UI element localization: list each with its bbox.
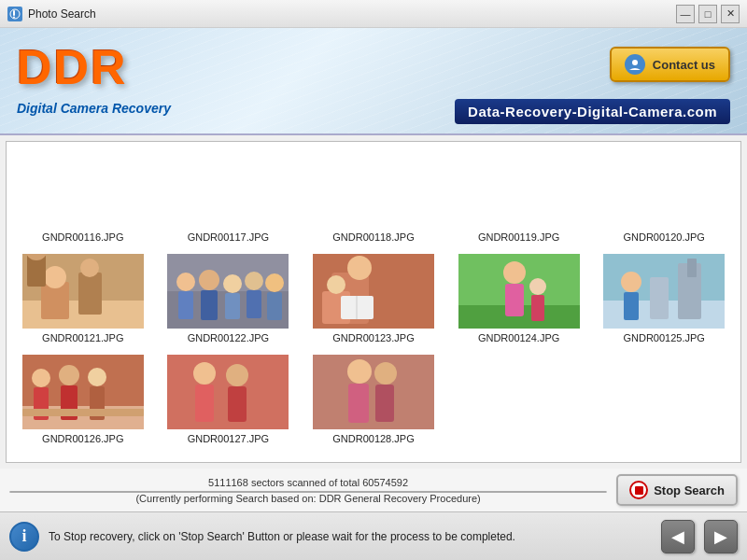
svg-point-16 xyxy=(199,270,219,290)
list-item[interactable]: GNDR00127.JPG xyxy=(156,347,302,448)
svg-point-59 xyxy=(347,359,372,384)
photo-thumbnail xyxy=(167,355,289,429)
app-subtitle: Digital Camera Recovery xyxy=(17,101,171,116)
svg-rect-15 xyxy=(178,291,193,319)
photo-thumbnail xyxy=(458,254,580,329)
photo-thumbnail xyxy=(22,355,144,429)
photo-thumbnail xyxy=(167,153,289,228)
photo-filename: GNDR00123.JPG xyxy=(332,332,414,343)
window-title: Photo Search xyxy=(28,7,676,21)
svg-rect-1 xyxy=(13,10,15,16)
svg-rect-55 xyxy=(195,385,214,422)
list-item[interactable]: GNDR00123.JPG xyxy=(301,246,446,347)
svg-rect-34 xyxy=(505,284,524,316)
list-item[interactable]: GNDR00126.JPG xyxy=(10,347,156,448)
ddr-logo: DDR xyxy=(17,39,128,95)
photo-grid-container[interactable]: GNDR00116.JPG GNDR00117.JPG GNDR00118.JP… xyxy=(6,141,741,463)
contact-us-label: Contact us xyxy=(653,58,715,72)
photo-thumbnail xyxy=(458,153,580,228)
list-item[interactable]: GNDR00116.JPG xyxy=(10,146,156,246)
photo-filename: GNDR00119.JPG xyxy=(478,231,559,243)
progress-status-text: 5111168 sectors scanned of total 6057459… xyxy=(9,477,607,488)
svg-point-56 xyxy=(226,364,248,386)
svg-rect-23 xyxy=(267,292,282,320)
list-item[interactable]: GNDR00120.JPG xyxy=(591,146,737,246)
photo-filename: GNDR00116.JPG xyxy=(42,231,123,243)
stop-search-button[interactable]: Stop Search xyxy=(616,474,738,506)
photo-filename: GNDR00120.JPG xyxy=(623,231,704,243)
svg-point-9 xyxy=(80,259,99,277)
svg-point-18 xyxy=(223,274,242,293)
svg-rect-57 xyxy=(228,386,247,422)
svg-rect-36 xyxy=(531,295,544,321)
status-area: 5111168 sectors scanned of total 6057459… xyxy=(0,469,747,511)
list-item[interactable]: GNDR00124.JPG xyxy=(446,246,592,347)
photo-thumbnail xyxy=(167,254,289,329)
list-item[interactable]: GNDR00121.JPG xyxy=(10,246,156,347)
photo-filename: GNDR00128.JPG xyxy=(332,433,414,444)
progress-row: 5111168 sectors scanned of total 6057459… xyxy=(9,474,738,506)
svg-rect-52 xyxy=(22,409,144,416)
photo-thumbnail xyxy=(313,254,434,329)
svg-point-48 xyxy=(59,365,79,385)
photo-thumbnail xyxy=(313,153,434,228)
photo-filename: GNDR00122.JPG xyxy=(188,332,269,343)
photo-filename: GNDR00118.JPG xyxy=(332,231,414,243)
info-message: To Stop recovery, click on 'Stop Search'… xyxy=(49,530,652,543)
list-item[interactable]: GNDR00119.JPG xyxy=(446,146,592,246)
photo-filename: GNDR00121.JPG xyxy=(42,332,123,343)
svg-rect-62 xyxy=(375,385,394,422)
stop-icon xyxy=(629,481,648,499)
photo-filename: GNDR00117.JPG xyxy=(188,231,269,243)
list-item[interactable]: GNDR00118.JPG xyxy=(301,146,446,246)
photo-thumbnail xyxy=(22,254,144,329)
list-item[interactable]: GNDR00117.JPG xyxy=(156,146,302,246)
svg-rect-40 xyxy=(687,259,697,277)
photo-thumbnail xyxy=(313,355,434,429)
svg-point-42 xyxy=(621,272,641,292)
info-icon: i xyxy=(9,522,39,552)
list-item[interactable]: GNDR00125.JPG xyxy=(591,246,737,347)
window-controls: — □ ✕ xyxy=(676,5,740,23)
svg-point-2 xyxy=(13,16,15,18)
svg-rect-8 xyxy=(78,273,102,315)
svg-rect-41 xyxy=(650,277,669,319)
minimize-button[interactable]: — xyxy=(676,5,695,23)
svg-rect-58 xyxy=(313,355,434,429)
svg-point-7 xyxy=(44,266,66,288)
photo-thumbnail xyxy=(603,254,725,329)
photo-filename: GNDR00127.JPG xyxy=(188,433,269,444)
svg-rect-21 xyxy=(247,290,261,318)
app-icon xyxy=(7,7,22,21)
svg-rect-19 xyxy=(225,293,240,319)
photo-thumbnail xyxy=(603,153,725,228)
list-item[interactable]: GNDR00128.JPG xyxy=(301,347,446,448)
photo-thumbnail xyxy=(22,153,144,228)
photo-filename: GNDR00124.JPG xyxy=(478,332,559,343)
forward-button[interactable]: ▶ xyxy=(704,520,738,553)
svg-rect-43 xyxy=(624,292,639,320)
stop-square-icon xyxy=(635,486,643,495)
maximize-button[interactable]: □ xyxy=(698,5,717,23)
svg-point-22 xyxy=(265,273,284,292)
svg-point-46 xyxy=(32,369,50,387)
svg-point-33 xyxy=(503,261,526,284)
stop-search-label: Stop Search xyxy=(654,483,725,497)
progress-section: 5111168 sectors scanned of total 6057459… xyxy=(9,477,607,504)
svg-point-26 xyxy=(347,256,372,280)
contact-us-button[interactable]: Contact us xyxy=(610,47,730,82)
svg-rect-60 xyxy=(348,384,369,423)
title-bar: Photo Search — □ ✕ xyxy=(0,0,747,28)
svg-point-50 xyxy=(88,368,106,386)
svg-point-61 xyxy=(374,362,397,385)
back-button[interactable]: ◀ xyxy=(661,520,695,553)
svg-point-35 xyxy=(529,278,546,295)
close-button[interactable]: ✕ xyxy=(721,5,740,23)
photo-filename: GNDR00125.JPG xyxy=(623,332,704,343)
website-banner: Data-Recovery-Digital-Camera.com xyxy=(455,99,730,124)
svg-point-20 xyxy=(245,272,263,290)
list-item[interactable]: GNDR00122.JPG xyxy=(156,246,302,347)
contact-icon xyxy=(625,54,645,75)
procedure-text: (Currently performing Search based on: D… xyxy=(9,493,607,504)
svg-rect-17 xyxy=(201,290,218,320)
